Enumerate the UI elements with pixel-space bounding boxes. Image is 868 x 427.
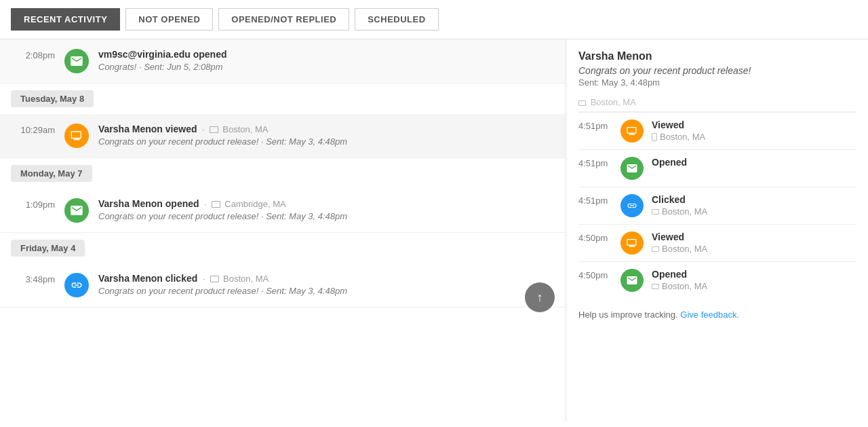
view-icon: [64, 124, 89, 148]
location-badge: · Boston, MA: [199, 124, 268, 134]
right-email-subject: Congrats on your recent product release!: [578, 65, 856, 76]
right-time: 4:50pm: [578, 231, 612, 243]
tab-opened-not-replied[interactable]: OPENED/NOT REPLIED: [218, 8, 349, 31]
monitor-icon: [652, 246, 659, 252]
activity-content: Varsha Menon opened · Cambridge, MA Cong…: [98, 198, 555, 221]
activity-action-strong: Varsha Menon viewed: [98, 124, 197, 134]
right-activity-item-viewed-1: 4:51pm Viewed Boston, MA: [578, 112, 856, 149]
location-text: Cambridge, MA: [224, 199, 285, 209]
date-label: Friday, May 4: [11, 240, 85, 257]
phone-icon: [652, 133, 657, 141]
location-badge: · Boston, MA: [200, 274, 269, 284]
activity-title: Varsha Menon opened · Cambridge, MA: [98, 198, 555, 209]
right-action: Opened: [652, 269, 856, 280]
right-activity-item-opened: 4:51pm Opened: [578, 149, 856, 187]
right-details: Viewed Boston, MA: [652, 119, 856, 142]
activity-sub: Congrats! · Sent: Jun 5, 2:08pm: [98, 62, 555, 72]
tab-scheduled[interactable]: SCHEDULED: [355, 8, 438, 31]
date-label: Monday, May 7: [11, 165, 92, 182]
right-panel: Varsha Menon Congrats on your recent pro…: [566, 39, 868, 422]
activity-sub: Congrats on your recent product release!…: [98, 211, 555, 221]
monitor-icon: [210, 126, 218, 133]
activity-time: 2:08pm: [11, 49, 55, 60]
monitor-icon: [652, 284, 659, 289]
activity-action-strong: Varsha Menon opened: [98, 198, 199, 209]
scroll-up-button[interactable]: ↑: [525, 282, 555, 312]
right-sent-info: Sent: May 3, 4:48pm: [578, 77, 856, 88]
right-time: 4:51pm: [578, 194, 612, 206]
right-activity-item-clicked: 4:51pm Clicked Boston, MA: [578, 187, 856, 224]
activity-content: vm9sc@virginia.edu opened Congrats! · Se…: [98, 49, 555, 72]
link-icon: [64, 273, 89, 297]
right-activity-item-viewed-2: 4:50pm Viewed Boston, MA: [578, 224, 856, 261]
feedback-text: Help us improve tracking.: [578, 310, 678, 320]
right-time: 4:51pm: [578, 157, 612, 168]
right-email-open-icon: [620, 157, 644, 180]
svg-rect-6: [627, 239, 636, 244]
right-action: Opened: [652, 157, 856, 168]
right-action: Viewed: [652, 231, 856, 242]
activity-action-strong: Varsha Menon clicked: [98, 273, 197, 284]
activity-title: Varsha Menon viewed · Boston, MA: [98, 124, 555, 134]
right-details: Opened Boston, MA: [652, 269, 856, 291]
right-view-icon: [620, 231, 644, 255]
right-email-open-icon: [620, 269, 644, 292]
header-tabs: RECENT ACTIVITY NOT OPENED OPENED/NOT RE…: [0, 0, 868, 39]
svg-rect-3: [627, 127, 636, 132]
feedback-row: Help us improve tracking. Give feedback.: [578, 310, 856, 320]
tab-not-opened[interactable]: NOT OPENED: [125, 8, 213, 31]
svg-rect-0: [71, 132, 81, 138]
main-layout: 2:08pm vm9sc@virginia.edu opened Congrat…: [0, 39, 868, 422]
right-details: Viewed Boston, MA: [652, 231, 856, 254]
right-location: Boston, MA: [652, 206, 856, 217]
right-contact-name: Varsha Menon: [578, 50, 856, 62]
monitor-icon: [652, 209, 659, 215]
email-open-icon: [64, 49, 89, 73]
email-open-icon: [64, 198, 89, 223]
activity-sub: Congrats on your recent product release!…: [98, 286, 555, 296]
monitor-icon: [578, 100, 586, 106]
right-location: Boston, MA: [652, 132, 856, 142]
activity-time: 10:29am: [11, 124, 55, 135]
feedback-link[interactable]: Give feedback.: [680, 310, 739, 320]
right-details: Clicked Boston, MA: [652, 194, 856, 217]
activity-title: vm9sc@virginia.edu opened: [98, 49, 555, 60]
date-separator-monday: Monday, May 7: [0, 158, 566, 189]
date-separator-friday: Friday, May 4: [0, 233, 566, 263]
tab-recent-activity[interactable]: RECENT ACTIVITY: [11, 8, 120, 31]
activity-time: 3:48pm: [11, 273, 55, 284]
activity-sub: Congrats on your recent product release!…: [98, 136, 555, 147]
location-text: Boston, MA: [222, 124, 268, 134]
right-partial-location: Boston, MA: [578, 97, 856, 112]
right-time: 4:50pm: [578, 269, 612, 280]
right-action: Viewed: [652, 119, 856, 130]
activity-action: vm9sc@virginia.edu opened: [98, 49, 227, 60]
right-activity-item-opened-2: 4:50pm Opened Boston, MA: [578, 261, 856, 299]
activity-item-partial: 2:08pm vm9sc@virginia.edu opened Congrat…: [0, 39, 566, 83]
right-time: 4:51pm: [578, 119, 612, 131]
monitor-icon: [212, 201, 220, 208]
activity-item-clicked[interactable]: 3:48pm Varsha Menon clicked · Boston, MA…: [0, 263, 566, 308]
right-view-icon: [620, 119, 644, 143]
monitor-icon: [210, 276, 219, 282]
activity-item-viewed[interactable]: 10:29am Varsha Menon viewed · Boston, MA: [0, 114, 566, 158]
right-location: Boston, MA: [652, 244, 856, 254]
activity-time: 1:09pm: [11, 198, 55, 210]
left-panel: 2:08pm vm9sc@virginia.edu opened Congrat…: [0, 39, 566, 422]
right-link-icon: [620, 194, 644, 217]
right-action: Clicked: [652, 194, 856, 205]
activity-title: Varsha Menon clicked · Boston, MA: [98, 273, 555, 284]
right-location: Boston, MA: [652, 281, 856, 291]
date-separator-tuesday: Tuesday, May 8: [0, 83, 566, 114]
activity-content: Varsha Menon viewed · Boston, MA Congrat…: [98, 124, 555, 147]
location-text: Boston, MA: [223, 274, 269, 284]
activity-item-opened[interactable]: 1:09pm Varsha Menon opened · Cambridge, …: [0, 189, 566, 233]
right-details: Opened: [652, 157, 856, 169]
location-badge: · Cambridge, MA: [201, 199, 285, 209]
date-label: Tuesday, May 8: [11, 90, 94, 107]
activity-content: Varsha Menon clicked · Boston, MA Congra…: [98, 273, 555, 296]
